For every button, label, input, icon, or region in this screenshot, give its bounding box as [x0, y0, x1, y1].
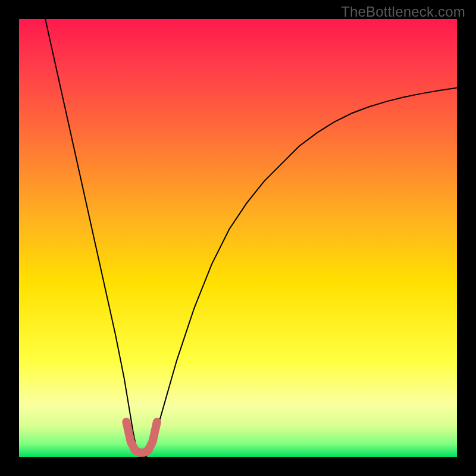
- bottleneck-chart: [19, 19, 457, 457]
- chart-frame: TheBottleneck.com: [0, 0, 476, 476]
- gradient-background: [19, 19, 457, 457]
- watermark-text: TheBottleneck.com: [341, 4, 465, 20]
- plot-area: [19, 19, 457, 457]
